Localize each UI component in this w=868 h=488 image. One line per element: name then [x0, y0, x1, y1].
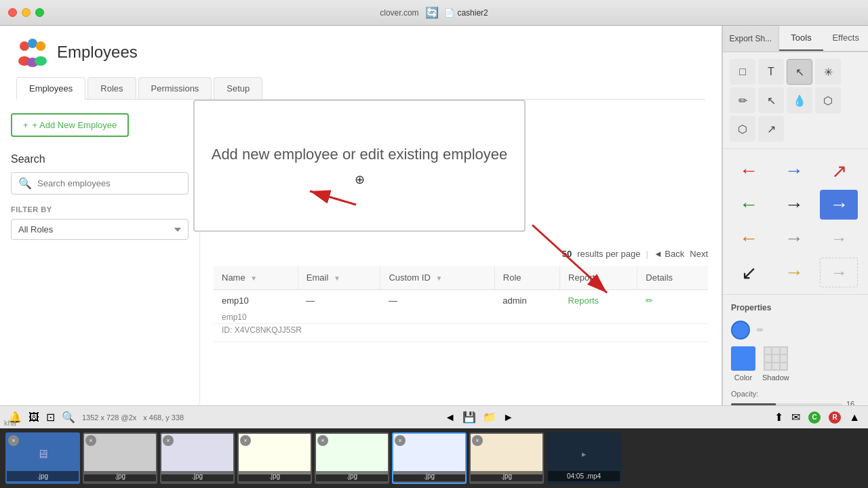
col-reports[interactable]: Reports: [560, 266, 637, 290]
arrow-dark-upleft[interactable]: ↙: [730, 258, 768, 287]
employee-details[interactable]: ✏: [637, 290, 708, 312]
crop-icon[interactable]: ⊡: [46, 411, 55, 424]
svg-point-5: [35, 56, 47, 66]
name-sort-icon: ▼: [250, 274, 257, 282]
thumbnail-close-5[interactable]: ×: [317, 435, 328, 446]
opacity-value: 16: [846, 400, 860, 405]
results-count: 50: [562, 249, 572, 259]
tab-tools[interactable]: Tools: [779, 26, 824, 51]
arrow-red-left[interactable]: ←: [730, 156, 768, 186]
col-email[interactable]: Email ▼: [298, 266, 380, 290]
thumbnail-strip: kha 🖥 .jpg × .jpg × .jpg × .jpg × .jpg ×: [0, 428, 868, 488]
svg-point-2: [36, 41, 45, 51]
save-icon[interactable]: 💾: [462, 411, 476, 424]
app-logo: [16, 37, 47, 68]
add-employee-button[interactable]: + + Add New Employee: [11, 113, 129, 137]
thumbnail-close-3[interactable]: ×: [163, 435, 174, 446]
col-role[interactable]: Role: [494, 266, 559, 290]
employee-reports[interactable]: Reports: [560, 290, 637, 312]
arrow-gray-right[interactable]: →: [775, 224, 813, 253]
thumbnail-2[interactable]: .jpg ×: [83, 432, 157, 484]
arrow-yellow-right[interactable]: →: [775, 258, 813, 287]
drop-tool[interactable]: 💧: [787, 87, 812, 113]
search-box[interactable]: 🔍: [11, 172, 189, 195]
next-nav[interactable]: Next: [690, 249, 708, 259]
edit-color-icon[interactable]: ✏: [757, 325, 764, 335]
registered-icon: R: [829, 411, 841, 424]
filename-display: 📄 cashier2: [444, 8, 488, 18]
thumbnail-4[interactable]: .jpg ×: [237, 432, 312, 484]
minimize-button[interactable]: [22, 8, 31, 17]
stats-icon[interactable]: ⬆: [774, 411, 783, 424]
rect-tool[interactable]: ⬡: [730, 116, 755, 142]
tab-roles[interactable]: Roles: [87, 77, 136, 99]
prev-nav-arrow[interactable]: ◄: [445, 411, 456, 424]
group-tool[interactable]: ⬡: [815, 87, 841, 113]
back-nav[interactable]: ◄ Back: [654, 249, 684, 259]
arrow-dashed-right[interactable]: →: [820, 258, 858, 287]
search-icon[interactable]: 🔍: [62, 411, 75, 424]
thumbnail-close-1[interactable]: ×: [8, 435, 19, 446]
table-row-sub: emp10: [214, 311, 708, 324]
export-button[interactable]: Export Sh...: [723, 26, 779, 52]
employee-email: —: [298, 290, 380, 312]
col-custom-id[interactable]: Custom ID ▼: [380, 266, 494, 290]
move-icon: ⊕: [355, 172, 365, 187]
shadow-option[interactable]: Shadow: [762, 346, 789, 382]
thumbnail-1[interactable]: 🖥 .jpg ×: [5, 432, 80, 484]
email-sort-icon: ▼: [334, 274, 340, 282]
col-details[interactable]: Details: [637, 266, 708, 290]
arrow-green-left[interactable]: ←: [730, 190, 768, 220]
window-controls[interactable]: [8, 8, 44, 17]
thumbnail-close-7[interactable]: ×: [472, 435, 483, 446]
thumbnail-6[interactable]: .jpg ×: [392, 432, 467, 484]
search-icon: 🔍: [18, 177, 32, 190]
tools-panel: Export Sh... Tools Effects □ T ↖ ✳ ✏ ↖ 💧…: [722, 26, 868, 405]
tab-effects[interactable]: Effects: [823, 26, 868, 51]
thumbnail-close-4[interactable]: ×: [240, 435, 251, 446]
mail-icon[interactable]: ✉: [791, 411, 800, 424]
color-swatch[interactable]: [731, 321, 750, 340]
color-option[interactable]: Color: [731, 346, 755, 382]
fill-tool[interactable]: ↗: [758, 116, 784, 142]
maximize-button[interactable]: [35, 8, 44, 17]
app-header: Employees Employees Roles Permissions Se…: [0, 26, 722, 100]
pen-tool[interactable]: ✏: [730, 87, 755, 113]
coords-info: x 468, y 338: [143, 413, 184, 422]
overlay-card: Add new employee or edit existing employ…: [193, 100, 526, 232]
thumbnail-close-2[interactable]: ×: [85, 435, 96, 446]
opacity-slider[interactable]: [731, 403, 842, 405]
thumbnail-7[interactable]: .jpg ×: [469, 432, 544, 484]
role-filter-select[interactable]: All Roles: [11, 219, 189, 240]
thumbnail-8[interactable]: ▶ 04:05 .mp4: [547, 432, 621, 484]
thumbnail-close-6[interactable]: ×: [395, 435, 406, 446]
next-nav-arrow[interactable]: ►: [503, 411, 514, 424]
search-input[interactable]: [37, 178, 181, 188]
arrow-blue-right[interactable]: →: [775, 156, 813, 186]
cursor-tool[interactable]: ↖: [758, 87, 784, 113]
arrow-black-right[interactable]: →: [775, 190, 813, 220]
up-icon[interactable]: ▲: [849, 411, 860, 424]
employee-name: emp10: [214, 290, 298, 312]
arrow-tool[interactable]: ↖: [787, 59, 812, 85]
tab-employees[interactable]: Employees: [16, 77, 85, 100]
image-icon[interactable]: 🖼: [28, 411, 39, 424]
arrow-blue-solid[interactable]: →: [820, 190, 858, 220]
close-button[interactable]: [8, 8, 17, 17]
thumbnail-5[interactable]: .jpg ×: [315, 432, 389, 484]
arrow-lightgray-right[interactable]: →: [820, 224, 858, 253]
app-title: Employees: [57, 43, 138, 62]
table-row-id: ID: X4VC8NKQJJ5SR: [214, 324, 708, 342]
tab-setup[interactable]: Setup: [214, 77, 262, 99]
thumbnail-3[interactable]: .jpg ×: [160, 432, 235, 484]
arrow-orange-left[interactable]: ←: [730, 224, 768, 253]
edit-icon[interactable]: ✏: [646, 296, 653, 306]
tab-permissions[interactable]: Permissions: [138, 77, 212, 99]
arrow-red-diagonal[interactable]: ↗: [820, 156, 858, 186]
text-tool[interactable]: T: [758, 59, 784, 85]
folder-icon[interactable]: 📁: [483, 411, 496, 424]
col-name[interactable]: Name ▼: [214, 266, 298, 290]
select-tool[interactable]: □: [730, 59, 755, 85]
sidebar: + + Add New Employee Search 🔍 FILTER BY …: [0, 100, 200, 405]
star-tool[interactable]: ✳: [815, 59, 841, 85]
